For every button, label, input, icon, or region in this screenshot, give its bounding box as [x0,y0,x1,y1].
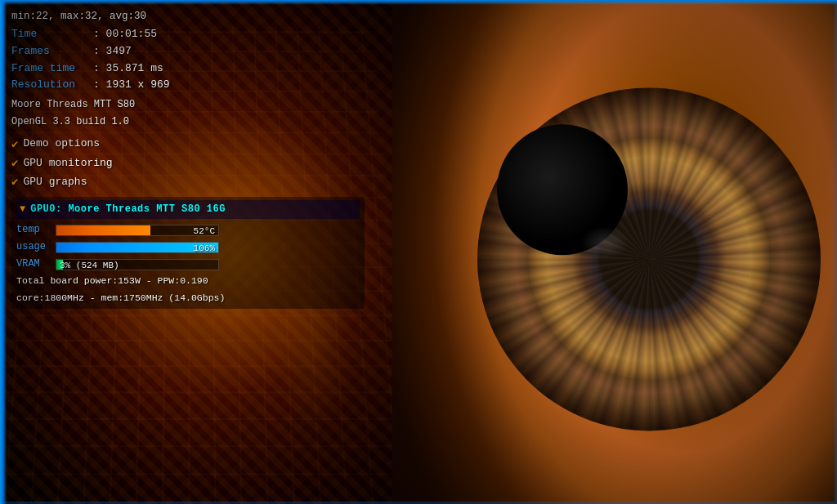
usage-value: 106% [194,243,215,254]
screen-edge-left [0,0,7,504]
iris-highlight [580,226,629,259]
time-row: Time : 00:01:55 [11,26,365,43]
temp-label: temp [16,222,51,238]
vram-value: 3% (524 MB) [60,260,119,271]
resolution-label: Resolution [11,77,93,94]
gpu-monitoring-label: GPU monitoring [23,155,112,172]
gpu-clock-line: core:1800MHz - mem:1750MHz (14.0Gbps) [16,291,360,306]
left-panel: min:22, max:32, avg:30 Time : 00:01:55 F… [0,0,392,504]
frametime-row: Frame time : 35.871 ms [11,60,365,78]
frametime-value: : 35.871 ms [93,60,163,78]
checkmark-demo: ✔ [11,136,18,154]
resolution-row: Resolution : 1931 x 969 [11,77,365,94]
opengl-version: OpenGL 3.3 build 1.0 [11,114,365,130]
temp-bar-container: 52°C [56,225,219,236]
gpu-header-text: GPU0: Moore Threads MTT S80 16G [30,202,226,217]
gpu-power-line: Total board power:153W - PPW:0.190 [16,274,360,288]
menu-item-demo-options[interactable]: ✔ Demo options [11,136,365,154]
gpu-header: ▼ GPU0: Moore Threads MTT S80 16G [16,200,360,219]
fps-line: min:22, max:32, avg:30 [11,11,146,22]
usage-label: usage [16,239,51,255]
gpu-graphs-label: GPU graphs [23,174,87,191]
gpu-vram-row: VRAM 3% (524 MB) [16,256,360,272]
usage-bar-container: 106% [56,242,219,253]
vram-label: VRAM [16,256,51,272]
screen-edge-top [0,0,837,5]
main-scene: min:22, max:32, avg:30 Time : 00:01:55 F… [0,0,837,504]
frames-row: Frames : 3497 [11,43,365,60]
hud-overlay: min:22, max:32, avg:30 Time : 00:01:55 F… [0,0,376,317]
resolution-value: : 1931 x 969 [93,77,170,94]
temp-bar-fill [56,225,150,235]
collapse-arrow-icon[interactable]: ▼ [20,202,25,217]
frames-value: : 3497 [93,43,132,60]
menu-item-gpu-monitoring[interactable]: ✔ GPU monitoring [11,154,365,172]
gpu-temp-row: temp 52°C [16,222,360,238]
demo-options-label: Demo options [23,136,100,153]
device-name: Moore Threads MTT S80 [11,97,365,113]
time-value: : 00:01:55 [93,26,157,43]
time-label: Time [11,26,93,43]
fps-stats: min:22, max:32, avg:30 [11,8,365,25]
menu-item-gpu-graphs[interactable]: ✔ GPU graphs [11,173,365,191]
vram-bar-container: 3% (524 MB) [56,259,219,270]
frametime-label: Frame time [11,60,93,78]
right-panel [392,0,837,504]
gpu-section: ▼ GPU0: Moore Threads MTT S80 16G temp 5… [11,197,365,310]
checkmark-gpu-graphs: ✔ [11,173,18,191]
gpu-usage-row: usage 106% [16,239,360,255]
frames-label: Frames [11,43,93,60]
checkmark-gpu-monitoring: ✔ [11,154,18,172]
temp-value: 52°C [194,225,215,237]
